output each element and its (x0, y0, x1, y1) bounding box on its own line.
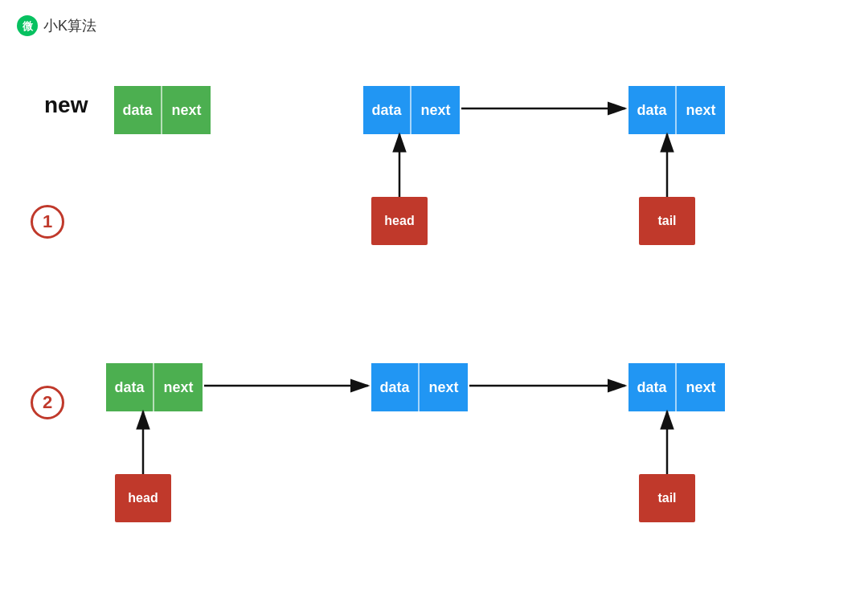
new-label: new (44, 92, 88, 118)
d2-tail-pointer: tail (639, 474, 695, 522)
d1-blue-node1: data next (362, 84, 461, 136)
d2-head-pointer: head (115, 474, 171, 522)
step-1-circle: 1 (31, 205, 64, 239)
new-node: data next (113, 84, 212, 136)
logo-area: 微 小K算法 (16, 14, 96, 37)
d2-blue-node2: data next (627, 362, 727, 413)
d1-blue1-data: data (363, 86, 411, 134)
d1-blue2-next: next (677, 86, 725, 134)
d2-blue2-next: next (677, 363, 725, 411)
new-node-next: next (162, 86, 211, 134)
logo-icon: 微 (16, 14, 39, 37)
logo-text: 小K算法 (43, 16, 96, 35)
new-node-data: data (114, 86, 162, 134)
d1-head-pointer: head (371, 197, 428, 245)
d2-blue-node1: data next (370, 362, 469, 413)
step-2-circle: 2 (31, 386, 64, 419)
d2-blue1-data: data (371, 363, 420, 411)
d1-tail-pointer: tail (639, 197, 695, 245)
d2-blue1-next: next (420, 363, 468, 411)
d1-blue-node2: data next (627, 84, 727, 136)
d2-green-next: next (154, 363, 203, 411)
d2-blue2-data: data (628, 363, 677, 411)
d1-blue1-next: next (411, 86, 460, 134)
d2-green-node: data next (104, 362, 204, 413)
svg-text:微: 微 (22, 20, 34, 32)
d2-green-data: data (106, 363, 154, 411)
d1-blue2-data: data (628, 86, 677, 134)
